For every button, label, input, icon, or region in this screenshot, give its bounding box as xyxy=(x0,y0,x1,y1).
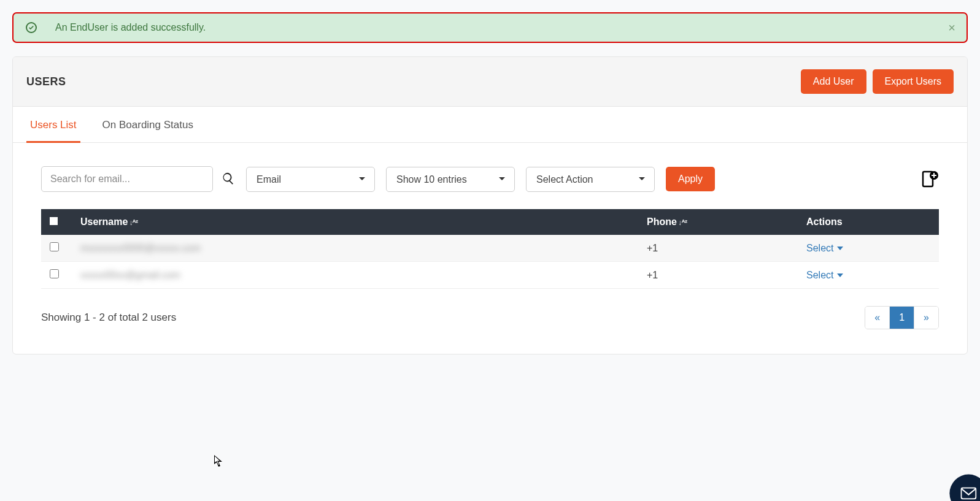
table-footer: Showing 1 - 2 of total 2 users « 1 » xyxy=(13,295,967,354)
row-checkbox[interactable] xyxy=(50,242,59,251)
tab-users-list[interactable]: Users List xyxy=(26,107,80,143)
sort-icon: ↓ᴬᶻ xyxy=(678,218,687,227)
tabs: Users List On Boarding Status xyxy=(13,107,967,143)
select-all-checkbox[interactable] xyxy=(50,217,58,225)
chat-fab[interactable] xyxy=(949,475,980,501)
mail-icon xyxy=(960,488,976,500)
search-icon[interactable] xyxy=(222,172,235,187)
row-checkbox[interactable] xyxy=(50,269,59,278)
table-row: xxxxx00xx@gmail.com +1 Select xyxy=(41,262,939,289)
sort-icon: ↓ᴬᶻ xyxy=(129,218,138,227)
users-table: Username↓ᴬᶻ Phone↓ᴬᶻ Actions mxxxxxxx000… xyxy=(41,209,939,289)
pagination: « 1 » xyxy=(865,306,939,329)
add-user-button[interactable]: Add User xyxy=(801,69,866,94)
search-input[interactable] xyxy=(41,166,213,192)
row-action-select[interactable]: Select xyxy=(806,243,843,254)
page-1[interactable]: 1 xyxy=(890,307,914,329)
caret-down-icon xyxy=(837,247,843,250)
page-next[interactable]: » xyxy=(914,307,938,329)
apply-button[interactable]: Apply xyxy=(666,167,715,191)
mouse-cursor-icon xyxy=(214,455,224,469)
email-filter-select[interactable]: Email xyxy=(246,167,375,192)
users-table-wrap: Username↓ᴬᶻ Phone↓ᴬᶻ Actions mxxxxxxx000… xyxy=(13,192,967,295)
export-users-button[interactable]: Export Users xyxy=(873,69,954,94)
page-title: USERS xyxy=(26,75,66,88)
column-actions: Actions xyxy=(798,209,939,235)
phone-cell: +1 xyxy=(638,262,798,289)
column-username[interactable]: Username↓ᴬᶻ xyxy=(72,209,638,235)
page-prev[interactable]: « xyxy=(865,307,890,329)
showing-text: Showing 1 - 2 of total 2 users xyxy=(41,312,176,324)
check-circle-icon xyxy=(26,22,37,33)
filter-bar: Email Show 10 entries Select Action Appl… xyxy=(13,143,967,192)
alert-close-button[interactable]: × xyxy=(948,21,955,34)
header-buttons: Add User Export Users xyxy=(801,69,954,94)
search-group xyxy=(41,166,235,192)
success-alert: An EndUser is added successfully. × xyxy=(12,12,968,43)
phone-cell: +1 xyxy=(638,235,798,262)
alert-message: An EndUser is added successfully. xyxy=(55,22,206,33)
row-action-select[interactable]: Select xyxy=(806,270,843,281)
table-row: mxxxxxxx0000@xxxxx.com +1 Select xyxy=(41,235,939,262)
bulk-action-select[interactable]: Select Action xyxy=(526,167,655,192)
tab-onboarding-status[interactable]: On Boarding Status xyxy=(99,107,197,143)
column-phone[interactable]: Phone↓ᴬᶻ xyxy=(638,209,798,235)
card-header: USERS Add User Export Users xyxy=(13,57,967,107)
username-cell: xxxxx00xx@gmail.com xyxy=(80,270,180,280)
entries-select[interactable]: Show 10 entries xyxy=(386,167,515,192)
caret-down-icon xyxy=(837,273,843,277)
username-cell: mxxxxxxx0000@xxxxx.com xyxy=(80,243,201,253)
svg-rect-2 xyxy=(961,488,976,499)
add-device-icon[interactable] xyxy=(919,169,939,189)
users-card: USERS Add User Export Users Users List O… xyxy=(12,56,968,354)
